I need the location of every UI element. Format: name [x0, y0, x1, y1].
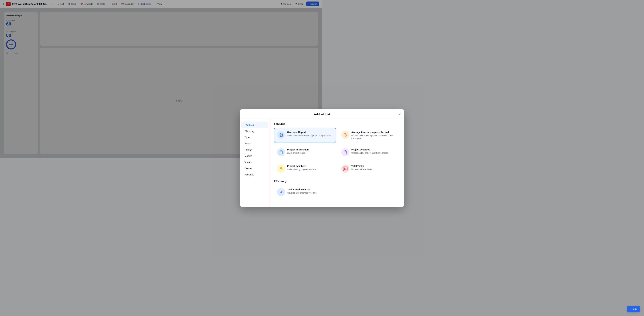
modal-nav: FeaturesEfficiencyTypeStatusPriorityModu… [240, 119, 270, 158]
widget-name-project-info: Project Information [287, 148, 322, 151]
add-widget-modal: Add widget × FeaturesEfficiencyTypeStatu… [240, 109, 322, 158]
modal-nav-module[interactable]: Module [241, 153, 268, 158]
widget-card-project-info[interactable]: Project InformationLearn project details [274, 145, 322, 158]
modal-nav-efficiency[interactable]: Efficiency [241, 128, 268, 134]
modal-nav-type[interactable]: Type [241, 134, 268, 140]
widget-info-overview-report: Overview ReportUnderstand the overview o… [287, 131, 322, 137]
svg-rect-4 [280, 150, 282, 151]
widget-info-project-info: Project InformationLearn project details [287, 148, 322, 154]
modal-title: Add widget [314, 113, 322, 116]
widget-icon-project-info [277, 148, 285, 156]
svg-rect-0 [280, 133, 282, 134]
modal-overlay[interactable]: Add widget × FeaturesEfficiencyTypeStatu… [0, 0, 322, 158]
section-title-features: Features [274, 122, 322, 126]
modal-nav-features[interactable]: Features [241, 122, 268, 128]
widget-grid-features: Overview ReportUnderstand the overview o… [274, 128, 322, 158]
widget-desc-overview-report: Understand the overview of project progr… [287, 134, 322, 137]
modal-body: FeaturesEfficiencyTypeStatusPriorityModu… [240, 119, 322, 158]
widget-name-overview-report: Overview Report [287, 131, 322, 134]
modal-header: Add widget × [240, 109, 322, 119]
modal-nav-status[interactable]: Status [241, 140, 268, 146]
widget-desc-project-info: Learn project details [287, 152, 322, 154]
widget-card-overview-report[interactable]: Overview ReportUnderstand the overview o… [274, 128, 322, 143]
modal-content: FeaturesOverview ReportUnderstand the ov… [270, 119, 322, 158]
modal-nav-priority[interactable]: Priority [241, 147, 268, 153]
widget-icon-overview-report [277, 131, 285, 139]
